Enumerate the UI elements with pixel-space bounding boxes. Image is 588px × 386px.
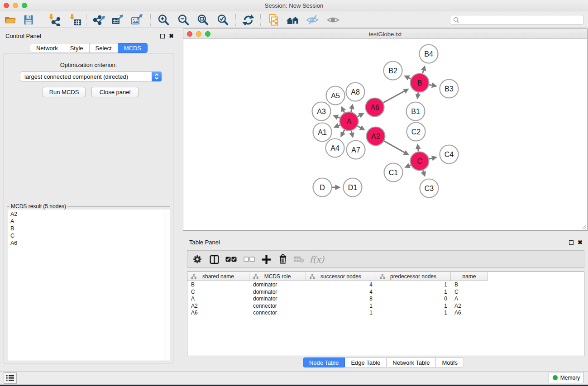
table-row[interactable]: A6connector11A6 <box>187 310 584 317</box>
column-header-successor-nodes[interactable]: successor nodes <box>306 272 376 281</box>
column-header-MCDS-role[interactable]: MCDS role <box>249 272 306 281</box>
graph-edge[interactable] <box>429 85 432 85</box>
save-session-button[interactable] <box>21 13 36 27</box>
column-header-predecessor-nodes[interactable]: predecessor nodes <box>376 272 451 281</box>
tab-motifs[interactable]: Motifs <box>436 357 464 367</box>
table-row[interactable]: Cdominator41C <box>187 289 584 296</box>
table-toolbar: f(x) <box>187 250 584 268</box>
select-all-button[interactable] <box>225 253 238 266</box>
control-panel-tabs: NetworkStyleSelectMCDS <box>0 43 177 53</box>
import-table-icon <box>69 14 81 26</box>
table-cell: A6 <box>187 310 249 317</box>
mcds-result-item[interactable]: A6 <box>8 239 170 247</box>
table-row[interactable]: Bdominator41B <box>187 281 584 289</box>
columns-icon <box>209 254 220 265</box>
table-cell: 4 <box>306 289 376 296</box>
refresh-button[interactable] <box>240 13 256 27</box>
table-cell: A <box>187 295 249 303</box>
unchecked-boxes-icon <box>244 253 255 265</box>
open-session-button[interactable] <box>2 13 18 27</box>
tab-select[interactable]: Select <box>90 43 118 53</box>
close-panel-icon[interactable]: ✖ <box>169 33 174 39</box>
run-mcds-button[interactable]: Run MCDS <box>43 87 86 97</box>
graph-node-label: B4 <box>424 50 433 58</box>
export-network-button[interactable] <box>91 13 107 27</box>
network-canvas[interactable]: AA1A2A3A4A5A6A7A8BB1B2B3B4CC1C2C3C4DD1 <box>183 39 587 230</box>
export-table-icon <box>111 14 124 26</box>
table-close-panel-icon[interactable]: ✖ <box>578 239 583 246</box>
zoom-selected-button[interactable] <box>215 13 230 27</box>
show-all-button[interactable] <box>325 13 341 27</box>
tab-style[interactable]: Style <box>64 43 90 53</box>
graph-edge[interactable] <box>422 70 423 74</box>
table-cell: 1 <box>376 289 451 296</box>
zoom-in-button[interactable] <box>156 13 171 27</box>
delete-table-button[interactable] <box>292 253 306 266</box>
network-window-titlebar[interactable]: testGlobe.txt <box>183 29 587 39</box>
tab-network-table[interactable]: Network Table <box>387 357 436 367</box>
plus-icon <box>261 254 272 265</box>
copy-network-icon <box>268 14 280 26</box>
export-image-button[interactable] <box>129 13 145 27</box>
mcds-result-item[interactable]: C <box>8 232 170 239</box>
delete-column-button[interactable] <box>276 253 290 266</box>
mcds-result-item[interactable]: A <box>8 218 170 225</box>
resize-grip-icon[interactable] <box>581 224 587 230</box>
optimization-criterion-dropdown[interactable]: largest connected component (directed) <box>20 71 162 81</box>
import-network-button[interactable] <box>47 13 62 27</box>
graph-node-label: A8 <box>351 88 360 96</box>
show-columns-button[interactable] <box>207 253 221 266</box>
hide-selected-button[interactable] <box>305 13 320 27</box>
zoom-in-icon <box>158 14 170 26</box>
graph-node-label: A1 <box>318 129 327 136</box>
table-cell: 1 <box>376 310 451 317</box>
tab-mcds[interactable]: MCDS <box>118 43 148 53</box>
home-button[interactable] <box>285 13 301 27</box>
mcds-result-item[interactable]: B <box>8 225 170 232</box>
table-cell: 1 <box>376 303 451 310</box>
table-panel: Table Panel ✖ <box>179 235 588 371</box>
graph-edge[interactable] <box>384 141 405 153</box>
column-header-shared-name[interactable]: shared name <box>187 272 249 281</box>
zoom-out-button[interactable] <box>176 13 191 27</box>
zoom-fit-icon <box>197 14 209 26</box>
houses-icon <box>286 14 300 26</box>
optimization-criterion-label: Optimization criterion: <box>4 62 173 68</box>
add-column-button[interactable] <box>259 253 273 266</box>
search-field[interactable] <box>450 15 584 25</box>
table-cell: connector <box>249 303 306 310</box>
table-cell: A6 <box>451 310 488 317</box>
graph-node-label: A2 <box>371 133 380 140</box>
deselect-all-button[interactable] <box>243 253 256 266</box>
table-settings-button[interactable] <box>191 253 204 266</box>
graph-edge[interactable] <box>358 126 361 128</box>
tab-edge-table[interactable]: Edge Table <box>345 357 387 367</box>
graph-edge[interactable] <box>343 130 344 133</box>
graph-edge[interactable] <box>429 158 433 159</box>
table-row[interactable]: A2connector11A2 <box>187 303 584 310</box>
function-builder-button[interactable]: f(x) <box>307 253 327 266</box>
close-panel-button[interactable]: Close panel <box>91 87 139 97</box>
graph-edge-arrowhead <box>431 156 437 161</box>
column-header-name[interactable]: name <box>451 272 488 281</box>
search-input[interactable] <box>459 17 583 23</box>
table-row[interactable]: Adominator80A <box>187 295 584 303</box>
graph-edge[interactable] <box>351 109 352 112</box>
export-table-button[interactable] <box>110 13 125 27</box>
copy-network-button[interactable] <box>266 13 282 27</box>
graph-edge[interactable] <box>383 91 405 103</box>
table-float-panel-icon[interactable] <box>569 240 574 245</box>
import-table-button[interactable] <box>67 13 83 27</box>
show-panels-button[interactable] <box>4 372 17 384</box>
memory-button[interactable]: Memory <box>549 372 584 383</box>
tab-node-table[interactable]: Node Table <box>303 357 345 367</box>
mcds-list-scrollbar[interactable] <box>164 210 170 361</box>
control-panel: Control Panel ✖ NetworkStyleSelectMCDS O… <box>0 28 179 371</box>
graph-node-label: B3 <box>445 85 454 93</box>
float-panel-icon[interactable] <box>160 34 165 38</box>
checked-boxes-icon <box>225 253 237 265</box>
tab-network[interactable]: Network <box>30 43 64 53</box>
zoom-fit-button[interactable] <box>195 13 210 27</box>
dropdown-arrows <box>152 71 162 81</box>
mcds-result-item[interactable]: A2 <box>8 210 170 218</box>
